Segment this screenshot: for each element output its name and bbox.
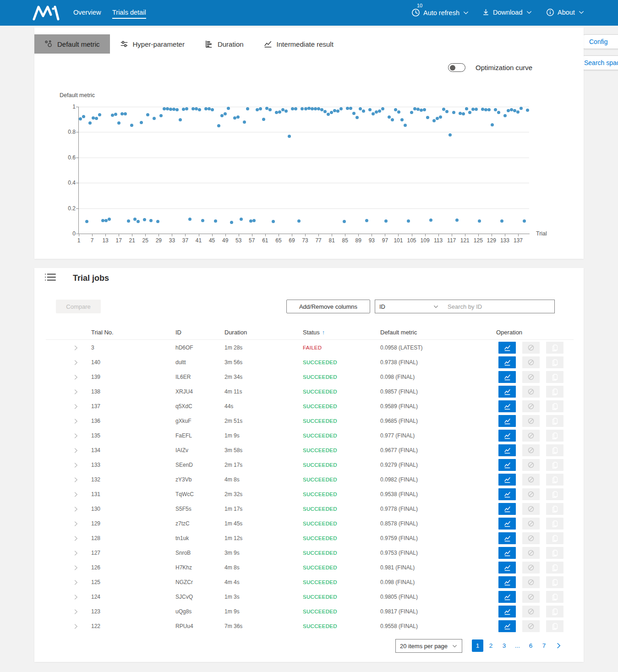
col-duration[interactable]: Duration: [224, 325, 247, 340]
next-page-button[interactable]: [555, 642, 562, 649]
row-expand-button[interactable]: [72, 487, 82, 502]
copy-trial-button[interactable]: [546, 532, 563, 544]
tab-default-metric[interactable]: Default metric: [34, 34, 110, 54]
row-expand-button[interactable]: [72, 604, 82, 619]
intermediate-result-button[interactable]: [498, 547, 516, 559]
intermediate-result-button[interactable]: [498, 371, 516, 383]
page-3[interactable]: 3: [498, 639, 510, 652]
copy-trial-button[interactable]: [546, 474, 563, 486]
intermediate-result-button[interactable]: [498, 415, 516, 427]
nav-overview[interactable]: Overview: [73, 9, 101, 16]
copy-trial-button[interactable]: [546, 591, 563, 603]
row-expand-button[interactable]: [72, 370, 82, 384]
row-expand-button[interactable]: [72, 590, 82, 604]
col-default-metric[interactable]: Default metric: [380, 325, 417, 340]
row-expand-button[interactable]: [72, 384, 82, 399]
kill-trial-button[interactable]: [522, 547, 540, 559]
search-filter-select[interactable]: ID: [375, 300, 443, 313]
optimization-curve-toggle[interactable]: [448, 63, 465, 72]
copy-trial-button[interactable]: [546, 576, 563, 588]
intermediate-result-button[interactable]: [498, 620, 516, 632]
copy-trial-button[interactable]: [546, 400, 563, 412]
compare-button[interactable]: Compare: [56, 300, 101, 313]
row-expand-button[interactable]: [72, 340, 82, 355]
row-expand-button[interactable]: [72, 399, 82, 414]
scatter-plot[interactable]: [79, 107, 529, 234]
intermediate-result-button[interactable]: [498, 591, 516, 603]
copy-trial-button[interactable]: [546, 386, 563, 398]
kill-trial-button[interactable]: [522, 415, 540, 427]
row-expand-button[interactable]: [72, 619, 82, 634]
row-expand-button[interactable]: [72, 502, 82, 516]
intermediate-result-button[interactable]: [498, 459, 516, 471]
copy-trial-button[interactable]: [546, 562, 563, 574]
kill-trial-button[interactable]: [522, 591, 540, 603]
row-expand-button[interactable]: [72, 546, 82, 560]
intermediate-result-button[interactable]: [498, 444, 516, 456]
intermediate-result-button[interactable]: [498, 503, 516, 515]
col-status[interactable]: Status↑: [303, 325, 325, 340]
row-expand-button[interactable]: [72, 414, 82, 428]
copy-trial-button[interactable]: [546, 606, 563, 617]
auto-refresh-menu[interactable]: 10 Auto refresh: [411, 8, 469, 17]
intermediate-result-button[interactable]: [498, 342, 516, 354]
row-expand-button[interactable]: [72, 516, 82, 531]
download-menu[interactable]: Download: [482, 8, 532, 16]
intermediate-result-button[interactable]: [498, 518, 516, 530]
kill-trial-button[interactable]: [522, 606, 540, 617]
page-1[interactable]: 1: [472, 639, 483, 652]
intermediate-result-button[interactable]: [498, 430, 516, 442]
kill-trial-button[interactable]: [522, 342, 540, 354]
kill-trial-button[interactable]: [522, 430, 540, 442]
row-expand-button[interactable]: [72, 531, 82, 546]
copy-trial-button[interactable]: [546, 547, 563, 559]
search-input[interactable]: [443, 300, 555, 313]
copy-trial-button[interactable]: [546, 503, 563, 515]
add-remove-columns-button[interactable]: Add/Remove columns: [286, 300, 370, 313]
copy-trial-button[interactable]: [546, 488, 563, 500]
row-expand-button[interactable]: [72, 443, 82, 458]
copy-trial-button[interactable]: [546, 444, 563, 456]
tab-hyper-parameter[interactable]: Hyper-parameter: [110, 34, 195, 54]
kill-trial-button[interactable]: [522, 503, 540, 515]
kill-trial-button[interactable]: [522, 562, 540, 574]
tab-duration[interactable]: Duration: [195, 34, 254, 54]
intermediate-result-button[interactable]: [498, 532, 516, 544]
kill-trial-button[interactable]: [522, 488, 540, 500]
nav-trials-detail[interactable]: Trials detail: [112, 9, 146, 19]
page-7[interactable]: 7: [538, 639, 550, 652]
kill-trial-button[interactable]: [522, 620, 540, 632]
col-trial-no[interactable]: Trial No.: [91, 325, 114, 340]
copy-trial-button[interactable]: [546, 430, 563, 442]
kill-trial-button[interactable]: [522, 576, 540, 588]
kill-trial-button[interactable]: [522, 474, 540, 486]
intermediate-result-button[interactable]: [498, 488, 516, 500]
row-expand-button[interactable]: [72, 458, 82, 472]
kill-trial-button[interactable]: [522, 356, 540, 368]
kill-trial-button[interactable]: [522, 532, 540, 544]
items-per-page-select[interactable]: 20 items per page: [395, 639, 462, 653]
page-ellipsis[interactable]: ...: [512, 639, 523, 652]
intermediate-result-button[interactable]: [498, 562, 516, 574]
row-expand-button[interactable]: [72, 355, 82, 370]
col-id[interactable]: ID: [175, 325, 181, 340]
copy-trial-button[interactable]: [546, 415, 563, 427]
copy-trial-button[interactable]: [546, 342, 563, 354]
copy-trial-button[interactable]: [546, 356, 563, 368]
copy-trial-button[interactable]: [546, 459, 563, 471]
row-expand-button[interactable]: [72, 560, 82, 575]
row-expand-button[interactable]: [72, 472, 82, 487]
nni-logo[interactable]: [32, 4, 61, 22]
kill-trial-button[interactable]: [522, 386, 540, 398]
tab-intermediate-result[interactable]: Intermediate result: [254, 34, 344, 54]
config-button[interactable]: Config: [578, 34, 618, 49]
row-expand-button[interactable]: [72, 428, 82, 443]
kill-trial-button[interactable]: [522, 518, 540, 530]
row-expand-button[interactable]: [72, 575, 82, 590]
copy-trial-button[interactable]: [546, 371, 563, 383]
intermediate-result-button[interactable]: [498, 474, 516, 486]
kill-trial-button[interactable]: [522, 400, 540, 412]
copy-trial-button[interactable]: [546, 518, 563, 530]
kill-trial-button[interactable]: [522, 459, 540, 471]
kill-trial-button[interactable]: [522, 371, 540, 383]
